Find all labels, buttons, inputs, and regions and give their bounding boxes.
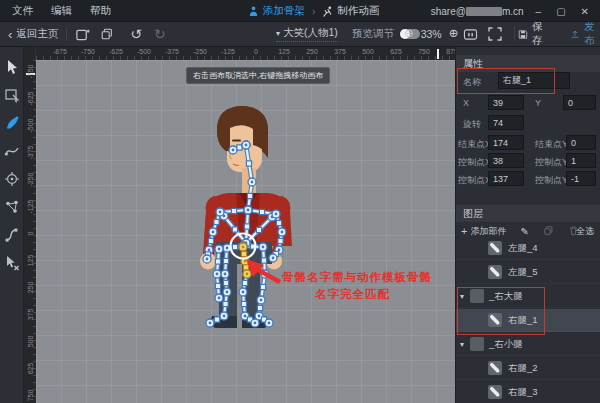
prop-endx-input[interactable]: [488, 135, 524, 150]
maximize-button[interactable]: ▢: [553, 6, 568, 17]
prop-endy-input[interactable]: [566, 135, 596, 150]
prop-y-label: Y: [535, 98, 541, 108]
person-icon: [248, 6, 259, 17]
add-part-button[interactable]: + 添加部件: [461, 225, 506, 238]
fullscreen-icon[interactable]: [488, 27, 502, 41]
menu-file[interactable]: 文件: [12, 4, 33, 18]
v-ruler-label: 250: [27, 280, 34, 296]
character-scene: [36, 60, 455, 403]
zoom-out-icon[interactable]: ⊖: [404, 28, 414, 40]
publish-upload-icon: [570, 28, 580, 41]
save-floppy-icon: [518, 28, 528, 41]
minimize-button[interactable]: –: [533, 6, 545, 17]
zoom-level: 33%: [421, 28, 442, 40]
v-ruler-label: 500: [27, 334, 34, 350]
bone-thumbnail: [488, 241, 502, 255]
redo-button[interactable]: ↻: [154, 27, 166, 41]
ruler-corner: [24, 47, 36, 60]
delete-point-tool[interactable]: [4, 255, 20, 271]
character-dropdown[interactable]: ▾ 大笑(人物1): [276, 26, 338, 42]
bone-thumbnail: [488, 361, 502, 375]
anchor-point-tool[interactable]: [4, 171, 20, 187]
h-ruler-label: 250: [306, 48, 318, 55]
actual-size-icon[interactable]: [463, 28, 478, 41]
h-ruler-label: -375: [165, 48, 179, 55]
prop-endx-label: 结束点X: [458, 138, 491, 151]
layer-label: 右腿_2: [508, 362, 538, 375]
tool-palette: [0, 47, 24, 403]
layer-row-_右小腿[interactable]: ▾_右小腿: [456, 333, 600, 356]
curve-tool[interactable]: [4, 143, 20, 159]
bone-thumbnail: [488, 385, 502, 399]
prop-name-label: 名称: [463, 76, 481, 89]
layers-header: 图层: [456, 205, 600, 222]
menu-help[interactable]: 帮助: [90, 4, 111, 18]
layer-row-右腿_3[interactable]: 右腿_3: [456, 381, 600, 403]
redacted-email-block: [466, 7, 502, 16]
marquee-select-tool[interactable]: [4, 87, 20, 103]
annotation-text-line1: 骨骼名字需与动作模板骨骼: [282, 270, 432, 285]
v-ruler-label: 625: [27, 361, 34, 377]
copy-layer-icon[interactable]: [543, 225, 554, 238]
add-frame-icon: [75, 27, 90, 42]
v-ruler-label: -500: [27, 118, 34, 134]
back-home-label: 返回主页: [16, 27, 58, 41]
layer-label: 左腿_5: [508, 266, 538, 279]
title-bar: 文件 编辑 帮助 添加骨架 › 制作动画 share@m.cn – ▢ ✕: [0, 0, 600, 22]
v-ruler-label: -750: [27, 64, 34, 80]
menu-edit[interactable]: 编辑: [51, 4, 72, 18]
select-cursor-tool[interactable]: [4, 59, 20, 75]
undo-button[interactable]: ↺: [130, 27, 142, 41]
step-add-skeleton-label: 添加骨架: [263, 4, 305, 18]
prop-cy2-input[interactable]: [566, 171, 596, 186]
account-email: share@m.cn: [431, 6, 524, 17]
canvas-tooltip: 右击画布取消选中,右键拖拽移动画布: [186, 67, 330, 84]
bone-tool[interactable]: [4, 115, 20, 131]
layer-list: 左腿_4左腿_5▾_右大腿右腿_1▾_右小腿右腿_2右腿_3: [456, 237, 600, 403]
prop-y-input[interactable]: [563, 95, 596, 110]
v-ruler-label: 750: [27, 388, 34, 403]
prop-rotate-label: 旋转: [463, 118, 481, 131]
step-add-skeleton[interactable]: 添加骨架: [248, 4, 305, 18]
layer-row-左腿_5[interactable]: 左腿_5: [456, 261, 600, 284]
collapse-caret-icon[interactable]: ▾: [460, 292, 464, 301]
canvas[interactable]: 右击画布取消选中,右键拖拽移动画布 骨骼名字需与动作模板骨骼 名字完全匹配: [36, 60, 455, 403]
prop-name-input[interactable]: [498, 72, 570, 89]
prop-endy-label: 结束点Y: [535, 138, 568, 151]
new-frame-button[interactable]: [75, 27, 90, 42]
layer-row-右腿_2[interactable]: 右腿_2: [456, 357, 600, 380]
pen-curve-tool[interactable]: [4, 227, 20, 243]
close-button[interactable]: ✕: [578, 6, 592, 17]
back-home-button[interactable]: ‹ 返回主页: [8, 27, 58, 41]
zoom-in-icon[interactable]: ⊕: [449, 28, 459, 40]
step-separator: ›: [312, 6, 315, 17]
h-ruler-label: 500: [362, 48, 374, 55]
node-link-tool[interactable]: [4, 199, 20, 215]
select-all-button[interactable]: 全选: [576, 225, 594, 238]
collapse-caret-icon[interactable]: ▾: [460, 340, 464, 349]
v-ruler-label: -250: [27, 172, 34, 188]
duplicate-button[interactable]: [100, 27, 114, 41]
layer-row-左腿_4[interactable]: 左腿_4: [456, 237, 600, 260]
eyebrow: [232, 140, 241, 142]
layer-row-右腿_1[interactable]: 右腿_1: [456, 309, 600, 332]
layer-row-_右大腿[interactable]: ▾_右大腿: [456, 285, 600, 308]
h-ruler-label: 750: [418, 48, 430, 55]
v-ruler-label: 375: [27, 307, 34, 323]
h-ruler-label: -250: [193, 48, 207, 55]
publish-button[interactable]: 发布: [570, 20, 600, 48]
prop-x-input[interactable]: [488, 95, 524, 110]
prop-rotate-input[interactable]: [488, 115, 524, 130]
prop-cy1-input[interactable]: [566, 153, 596, 168]
step-make-animation-label: 制作动画: [337, 4, 379, 18]
save-button[interactable]: 保存: [518, 20, 548, 48]
bone-thumbnail: [488, 313, 502, 327]
h-ruler-label: 375: [334, 48, 346, 55]
v-ruler-label: 0: [27, 226, 34, 242]
prop-cx2-input[interactable]: [488, 171, 524, 186]
step-make-animation[interactable]: 制作动画: [322, 4, 379, 18]
edit-layer-icon[interactable]: ✎: [520, 226, 528, 237]
group-thumbnail: [470, 289, 484, 303]
v-ruler-label: 125: [27, 253, 34, 269]
prop-cx1-input[interactable]: [488, 153, 524, 168]
